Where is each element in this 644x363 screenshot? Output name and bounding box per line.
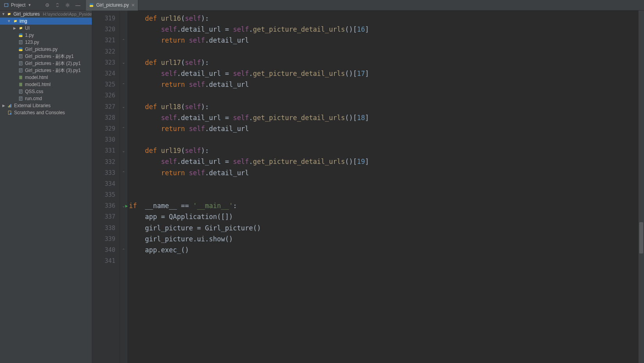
chevron-down-icon: ▼ <box>28 3 31 7</box>
code-line[interactable] <box>129 134 639 145</box>
expand-all-icon[interactable] <box>53 1 62 9</box>
code-line[interactable]: return self.detail_url <box>129 123 639 134</box>
line-number-gutter[interactable]: 3193203213223233243253263273283293303313… <box>92 11 120 363</box>
line-number[interactable]: 324 <box>92 68 119 79</box>
scrollbar-thumb[interactable] <box>639 222 643 253</box>
code-line[interactable]: app.exec_() <box>129 244 639 255</box>
project-sidebar[interactable]: ▼ 📁 Girl_pictures H:\sync\code\App_Pysid… <box>0 11 92 363</box>
tree-folder[interactable]: ▼📁img <box>0 18 92 25</box>
chevron-down-icon: ▼ <box>2 12 5 16</box>
code-editor[interactable]: def url16(self): self.detail_url = self.… <box>127 11 639 363</box>
line-number[interactable]: 319 <box>92 13 119 24</box>
line-number[interactable]: 326 <box>92 90 119 101</box>
fold-marker[interactable]: ⌃ <box>120 79 127 90</box>
run-gutter-icon[interactable]: ▶ <box>125 203 128 208</box>
line-number[interactable]: 322 <box>92 46 119 57</box>
tree-file[interactable]: Girl_pictures - 副本.py1 <box>0 53 92 60</box>
code-line[interactable]: self.detail_url = self.get_picture_detai… <box>129 68 639 79</box>
code-line[interactable]: return self.detail_url <box>129 35 639 46</box>
tree-root[interactable]: ▼ 📁 Girl_pictures H:\sync\code\App_Pysid… <box>0 11 92 18</box>
close-icon[interactable]: ✕ <box>131 3 135 8</box>
locate-icon[interactable] <box>43 1 52 9</box>
code-line[interactable]: self.detail_url = self.get_picture_detai… <box>129 156 639 167</box>
line-number[interactable]: 334 <box>92 178 119 189</box>
tree-file[interactable]: Girl_pictures - 副本 (2).py1 <box>0 60 92 67</box>
code-line[interactable]: girl_picture.ui.show() <box>129 234 639 244</box>
line-number[interactable]: 335 <box>92 189 119 200</box>
line-number[interactable]: 325 <box>92 79 119 90</box>
chevron-right-icon: ▶ <box>2 104 5 108</box>
line-number[interactable]: 336▶ <box>92 200 119 211</box>
line-number[interactable]: 333 <box>92 167 119 178</box>
tree-file[interactable]: model1.html <box>0 81 92 88</box>
svg-rect-27 <box>19 83 22 86</box>
tree-item-label: Girl_pictures - 副本.py1 <box>25 53 74 60</box>
line-number[interactable]: 328 <box>92 112 119 123</box>
fold-marker <box>120 234 127 244</box>
line-number[interactable]: 329 <box>92 123 119 134</box>
code-line[interactable]: def url17(self): <box>129 57 639 68</box>
code-line[interactable]: app = QApplication([]) <box>129 211 639 222</box>
tree-file[interactable]: Girl_pictures.py <box>0 46 92 53</box>
code-line[interactable]: def url19(self): <box>129 145 639 156</box>
line-number[interactable]: 337 <box>92 211 119 222</box>
code-line[interactable]: return self.detail_url <box>129 79 639 90</box>
tab-girl-pictures[interactable]: Girl_pictures.py ✕ <box>86 0 138 11</box>
line-number[interactable]: 321 <box>92 35 119 46</box>
fold-gutter[interactable]: ⌃⌄⌃⌄⌃⌄⌃⌄⌃ <box>120 11 127 363</box>
code-line[interactable] <box>129 255 639 266</box>
svg-rect-36 <box>8 106 9 107</box>
line-number[interactable]: 323 <box>92 57 119 68</box>
line-number[interactable]: 338 <box>92 223 119 234</box>
code-line[interactable] <box>129 46 639 57</box>
line-number[interactable]: 327 <box>92 101 119 112</box>
line-number[interactable]: 331 <box>92 145 119 156</box>
fold-marker[interactable]: ⌃ <box>120 35 127 46</box>
line-number[interactable]: 340 <box>92 244 119 255</box>
fold-marker[interactable]: ⌃ <box>120 244 127 255</box>
code-line[interactable]: self.detail_url = self.get_picture_detai… <box>129 24 639 35</box>
file-icon <box>18 33 23 38</box>
fold-marker[interactable]: ⌃ <box>120 123 127 134</box>
tree-folder[interactable]: ▶📁UI <box>0 25 92 32</box>
fold-marker[interactable]: ⌄ <box>120 101 127 112</box>
file-icon <box>18 96 23 101</box>
svg-rect-37 <box>9 105 10 107</box>
external-libraries[interactable]: ▶ External Libraries <box>0 102 92 109</box>
tree-file[interactable]: 1.py <box>0 32 92 39</box>
code-line[interactable] <box>129 189 639 200</box>
code-line[interactable]: def url18(self): <box>129 101 639 112</box>
tree-file[interactable]: QSS.css <box>0 88 92 95</box>
code-line[interactable]: self.detail_url = self.get_picture_detai… <box>129 112 639 123</box>
code-line[interactable]: return self.detail_url <box>129 167 639 178</box>
code-line[interactable]: def url16(self): <box>129 13 639 24</box>
scratches-consoles[interactable]: Scratches and Consoles <box>0 109 92 116</box>
fold-marker <box>120 156 127 167</box>
fold-marker[interactable]: ⌄ <box>120 57 127 68</box>
chevron-icon: ▶ <box>13 26 16 30</box>
fold-marker[interactable]: ⌃ <box>120 167 127 178</box>
line-number[interactable]: 320 <box>92 24 119 35</box>
fold-marker <box>120 90 127 101</box>
tree-item-label: 1.py <box>25 32 34 38</box>
tree-file[interactable]: 123.py <box>0 39 92 46</box>
code-line[interactable] <box>129 178 639 189</box>
line-number[interactable]: 330 <box>92 134 119 145</box>
tree-file[interactable]: run.cmd <box>0 95 92 102</box>
project-tool-window-button[interactable]: Project ▼ <box>2 2 34 9</box>
line-number[interactable]: 339 <box>92 234 119 244</box>
svg-rect-26 <box>19 75 22 79</box>
tree-file[interactable]: model.html <box>0 74 92 81</box>
code-line[interactable]: girl_picture = Girl_picture() <box>129 223 639 234</box>
code-line[interactable]: if __name__ == '__main__': <box>129 200 639 211</box>
tree-file[interactable]: Girl_pictures - 副本 (3).py1 <box>0 67 92 74</box>
fold-marker[interactable]: ⌄ <box>120 145 127 156</box>
file-icon <box>18 68 23 73</box>
vertical-scrollbar[interactable] <box>639 11 644 363</box>
code-line[interactable] <box>129 90 639 101</box>
line-number[interactable]: 332 <box>92 156 119 167</box>
gear-icon[interactable] <box>63 1 72 9</box>
minimize-icon[interactable]: — <box>73 1 82 9</box>
line-number[interactable]: 341 <box>92 255 119 266</box>
file-icon <box>18 47 23 52</box>
